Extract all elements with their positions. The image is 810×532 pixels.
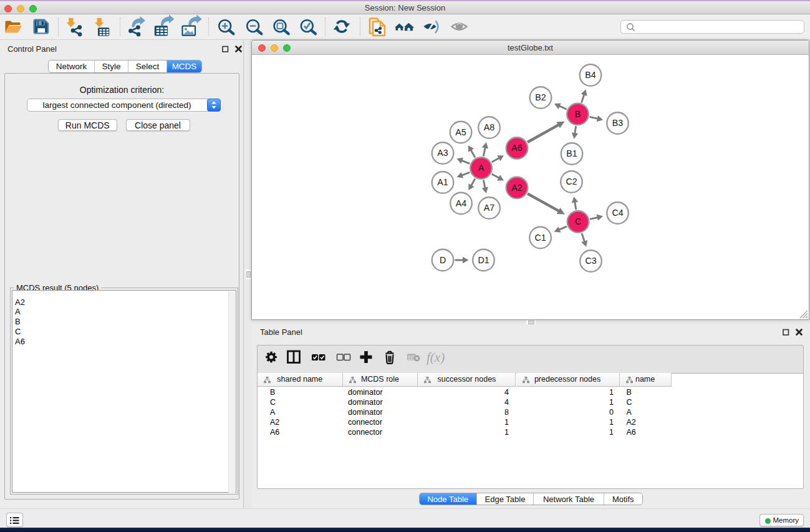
svg-text:f(x): f(x) bbox=[427, 350, 445, 365]
svg-text:A8: A8 bbox=[484, 122, 494, 132]
svg-text:A6: A6 bbox=[511, 143, 522, 153]
svg-text:C3: C3 bbox=[585, 256, 596, 266]
svg-text:A5: A5 bbox=[455, 127, 466, 137]
svg-text:C1: C1 bbox=[534, 233, 546, 243]
svg-text:B1: B1 bbox=[566, 148, 577, 158]
svg-text:B4: B4 bbox=[585, 70, 595, 80]
svg-text:A4: A4 bbox=[456, 198, 466, 208]
svg-text:C: C bbox=[575, 216, 581, 226]
svg-text:C4: C4 bbox=[612, 208, 623, 218]
svg-text:B2: B2 bbox=[535, 92, 546, 102]
svg-text:A2: A2 bbox=[511, 183, 522, 193]
svg-text:C2: C2 bbox=[566, 177, 577, 186]
svg-text:D1: D1 bbox=[478, 255, 489, 265]
svg-text:D: D bbox=[440, 255, 446, 265]
svg-text:A: A bbox=[478, 163, 485, 173]
svg-text:B3: B3 bbox=[612, 118, 623, 128]
svg-text:A1: A1 bbox=[437, 177, 448, 187]
svg-text:A7: A7 bbox=[484, 203, 494, 213]
svg-text:A3: A3 bbox=[437, 148, 448, 158]
svg-text:B: B bbox=[575, 109, 581, 119]
